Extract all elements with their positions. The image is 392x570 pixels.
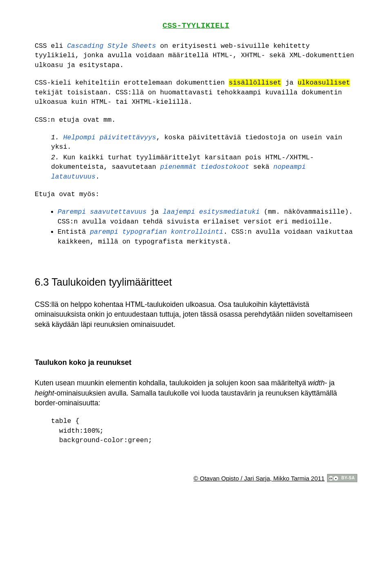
- text: CSS-kieli kehiteltiin erottelemaan dokum…: [35, 79, 229, 87]
- term-cascading-style-sheets: Cascading Style Sheets: [67, 42, 156, 50]
- paragraph-4: Etuja ovat myös:: [35, 190, 357, 199]
- footer-copyright: © Otavan Opisto / Jari Sarja, Mikko Tarm…: [194, 474, 325, 483]
- list-item: 1. Helpompi päivitettävyys, koska päivit…: [51, 133, 357, 152]
- paragraph-1: CSS eli Cascading Style Sheets on erityi…: [35, 41, 357, 70]
- text: .: [96, 173, 100, 181]
- heading-taulukon-koko: Taulukon koko ja reunukset: [35, 358, 357, 368]
- cc-icon: cc: [329, 476, 333, 481]
- cc-badge-left: cc ●: [327, 474, 339, 482]
- text: -ominaisuuksien avulla. Samalla taulukol…: [35, 389, 337, 407]
- code-block-table-css: table { width:100%; background-color:gre…: [51, 416, 357, 445]
- paragraph-3: CSS:n etuja ovat mm.: [35, 115, 357, 125]
- term: Parempi saavutettavuus: [58, 208, 147, 216]
- list-number: 1.: [51, 134, 59, 141]
- list-item: Entistä parempi typografian kontrolloint…: [58, 227, 357, 246]
- text: tekijät toisistaan. CSS:llä on huomattav…: [35, 89, 342, 106]
- text: Entistä: [58, 228, 90, 236]
- text: ja: [147, 208, 163, 216]
- page-footer: © Otavan Opisto / Jari Sarja, Mikko Tarm…: [35, 474, 357, 483]
- text: sekä: [249, 163, 273, 171]
- highlight-ulkoasulliset: ulkoasulliset: [298, 79, 350, 87]
- paragraph-2: CSS-kieli kehiteltiin erottelemaan dokum…: [35, 78, 357, 107]
- ordered-list-advantages: 1. Helpompi päivitettävyys, koska päivit…: [35, 133, 357, 181]
- text: ja: [281, 79, 298, 87]
- heading-section-6-3: 6.3 Taulukoiden tyylimääritteet: [35, 275, 357, 290]
- bullet-list-advantages: Parempi saavutettavuus ja laajempi esity…: [35, 207, 357, 246]
- list-item: 2. Kun kaikki turhat tyylimäärittelyt ka…: [51, 153, 357, 181]
- highlight-sisallolliset: sisällölliset: [229, 79, 281, 87]
- cc-license-badge: cc ● BY-SA: [327, 474, 357, 482]
- cc-by-icon: ●: [334, 476, 338, 481]
- term: parempi typografian kontrollointi: [90, 228, 223, 236]
- paragraph-5: CSS:llä on helppo kohentaa HTML-taulukoi…: [35, 300, 357, 330]
- document-title: CSS-TYYLIKIELI: [35, 20, 357, 31]
- cc-badge-right: BY-SA: [339, 474, 357, 482]
- term-width: width: [308, 379, 325, 387]
- paragraph-6: Kuten usean muunkin elementin kohdalla, …: [35, 378, 357, 409]
- term: pienemmät tiedostokoot: [160, 163, 249, 171]
- term: Helpompi päivitettävyys: [63, 134, 156, 141]
- term: laajempi esitysmediatuki: [163, 208, 260, 216]
- term-height: height: [35, 389, 54, 397]
- text: CSS eli: [35, 42, 67, 50]
- text: - ja: [325, 379, 334, 387]
- list-item: Parempi saavutettavuus ja laajempi esity…: [58, 207, 357, 226]
- list-number: 2.: [51, 154, 59, 161]
- text: Kuten usean muunkin elementin kohdalla, …: [35, 379, 308, 387]
